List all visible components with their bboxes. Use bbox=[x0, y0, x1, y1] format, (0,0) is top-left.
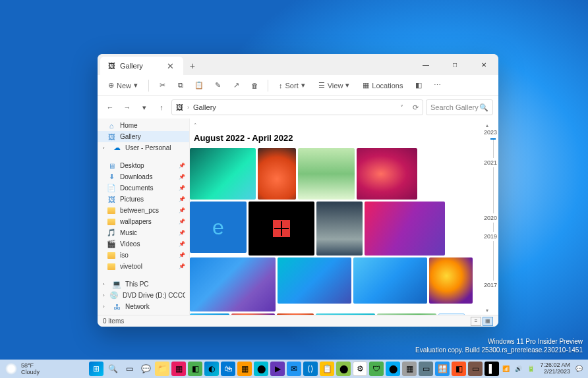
back-button[interactable]: ← bbox=[103, 100, 117, 115]
sidebar-item-network[interactable]: ›🖧Network bbox=[98, 301, 189, 312]
thumbnail[interactable] bbox=[298, 148, 355, 200]
refresh-icon[interactable]: ⟳ bbox=[413, 103, 419, 112]
sidebar-item-downloads[interactable]: ⬇Downloads📌 bbox=[98, 171, 189, 182]
app-icon[interactable]: 🪟 bbox=[435, 362, 450, 376]
thumbnail[interactable] bbox=[316, 202, 363, 256]
store-icon[interactable]: 🛍 bbox=[221, 362, 235, 376]
chevron-down-icon[interactable]: ▾ bbox=[137, 100, 152, 115]
app-icon[interactable]: 🛡 bbox=[369, 362, 384, 376]
app-icon[interactable]: ⬤ bbox=[254, 362, 268, 376]
cut-icon[interactable]: ✂ bbox=[154, 79, 170, 92]
app-icon[interactable]: 📋 bbox=[320, 362, 334, 376]
sidebar-item-gallery[interactable]: 🖼Gallery bbox=[98, 131, 189, 142]
titlebar[interactable]: 🖼 Gallery ✕ + — □ ✕ bbox=[98, 54, 498, 75]
expand-icon[interactable]: › bbox=[103, 281, 108, 287]
timeline-year[interactable]: 2019 bbox=[484, 233, 497, 240]
expand-icon[interactable]: › bbox=[103, 304, 108, 310]
timeline-year[interactable]: 2020 bbox=[484, 215, 497, 221]
breadcrumb[interactable]: Gallery bbox=[193, 103, 216, 111]
notifications-icon[interactable]: 💬 bbox=[575, 365, 583, 372]
volume-icon[interactable]: 🔊 bbox=[515, 365, 522, 372]
thumbnail[interactable] bbox=[429, 257, 473, 304]
sort-button[interactable]: ↕ Sort ▾ bbox=[274, 79, 310, 92]
sidebar-item-pictures[interactable]: 🖼Pictures📌 bbox=[98, 194, 189, 205]
thumbnail[interactable] bbox=[278, 257, 351, 304]
app-icon[interactable]: ⚙ bbox=[353, 362, 367, 376]
details-view-button[interactable]: ≡ bbox=[471, 317, 481, 326]
thumbnail[interactable] bbox=[249, 202, 314, 256]
app-icon[interactable]: ⬤ bbox=[386, 362, 400, 376]
thumbnail[interactable]: e bbox=[190, 202, 247, 253]
explorer-icon[interactable]: 📁 bbox=[155, 362, 169, 376]
app-icon[interactable]: ▦ bbox=[237, 362, 252, 376]
address-bar[interactable]: 🖼 › Gallery ˅ ⟳ bbox=[171, 99, 423, 115]
thumbnail[interactable] bbox=[357, 148, 417, 200]
collapse-icon[interactable]: ˄ bbox=[194, 122, 197, 129]
close-button[interactable]: ✕ bbox=[469, 54, 498, 75]
app-icon[interactable]: ⬤ bbox=[336, 362, 351, 376]
sidebar-item-videos[interactable]: 🎬Videos📌 bbox=[98, 238, 189, 250]
app-icon[interactable]: ◧ bbox=[188, 362, 202, 376]
timeline-scrubber[interactable]: ▴ 2023 2021 2020 2019 2017 ▾ bbox=[476, 119, 498, 315]
network-icon[interactable]: 📶 bbox=[502, 365, 510, 372]
sidebar-item-between-pcs[interactable]: between_pcs📌 bbox=[98, 205, 189, 216]
app-icon[interactable]: ▦ bbox=[402, 362, 417, 376]
share-icon[interactable]: ↗ bbox=[228, 79, 244, 92]
sidebar-item-user[interactable]: ›☁User - Personal bbox=[98, 142, 189, 153]
app-icon[interactable]: ▭ bbox=[419, 362, 433, 376]
rename-icon[interactable]: ✎ bbox=[210, 79, 225, 92]
sidebar-item-dvd[interactable]: ›💿DVD Drive (D:) CCCOMA_X64FRE_EN-US bbox=[98, 290, 189, 301]
terminal-icon[interactable]: ▌ bbox=[485, 362, 499, 376]
close-tab-icon[interactable]: ✕ bbox=[167, 61, 174, 71]
search-icon[interactable]: 🔍 bbox=[105, 362, 120, 376]
navigation-pane[interactable]: ⌂Home 🖼Gallery ›☁User - Personal 🖥Deskto… bbox=[98, 119, 190, 315]
thumbnail[interactable] bbox=[258, 148, 296, 200]
thumbnails-view-button[interactable]: ▦ bbox=[483, 317, 493, 326]
sidebar-item-vivetool[interactable]: vivetool📌 bbox=[98, 261, 189, 272]
sidebar-item-documents[interactable]: 📄Documents📌 bbox=[98, 182, 189, 194]
task-view-icon[interactable]: ▭ bbox=[122, 362, 136, 376]
start-button[interactable]: ⊞ bbox=[89, 362, 103, 376]
delete-icon[interactable]: 🗑 bbox=[247, 80, 262, 92]
up-button[interactable]: ↑ bbox=[154, 100, 169, 115]
app-icon[interactable]: ▦ bbox=[171, 362, 186, 376]
app-icon[interactable]: ◧ bbox=[452, 362, 466, 376]
new-button[interactable]: ⊕ New ▾ bbox=[103, 79, 143, 92]
thumbnail[interactable] bbox=[365, 202, 445, 256]
vscode-icon[interactable]: ⟨⟩ bbox=[303, 362, 318, 376]
forward-button[interactable]: → bbox=[120, 100, 134, 115]
sidebar-item-iso[interactable]: iso📌 bbox=[98, 250, 189, 261]
thumbnail[interactable] bbox=[353, 257, 427, 304]
widgets-icon[interactable]: 💬 bbox=[138, 362, 153, 376]
search-input[interactable]: Search Gallery 🔍 bbox=[426, 99, 493, 115]
timeline-year[interactable]: 2023 bbox=[484, 129, 497, 136]
copy-icon[interactable]: ⧉ bbox=[173, 79, 189, 92]
clock[interactable]: 7:26:02 AM 2/21/2023 bbox=[540, 362, 570, 375]
thumbnail[interactable] bbox=[190, 257, 276, 311]
taskbar[interactable]: 58°F Cloudy ⊞ 🔍 ▭ 💬 📁 ▦ ◧ ◐ 🛍 ▦ ⬤ ▶ ✉ ⟨⟩… bbox=[0, 360, 588, 378]
timeline-year[interactable]: 2017 bbox=[484, 282, 497, 288]
edge-icon[interactable]: ◐ bbox=[204, 362, 219, 376]
app-icon[interactable]: ▶ bbox=[270, 362, 285, 376]
gallery-grid[interactable]: ˄ August 2022 - April 2022 e bbox=[190, 119, 476, 315]
app-icon[interactable]: ✉ bbox=[287, 362, 301, 376]
expand-icon[interactable]: › bbox=[103, 292, 105, 298]
view-button[interactable]: ☰ View ▾ bbox=[313, 79, 355, 92]
app-icon[interactable]: ▭ bbox=[468, 362, 483, 376]
weather-widget[interactable]: 58°F Cloudy bbox=[5, 362, 40, 375]
new-tab-button[interactable]: + bbox=[183, 57, 202, 75]
timeline-year[interactable]: 2021 bbox=[484, 159, 497, 166]
tab-gallery[interactable]: 🖼 Gallery ✕ bbox=[100, 57, 183, 75]
minimize-button[interactable]: — bbox=[411, 54, 440, 75]
sidebar-item-wallpapers[interactable]: wallpapers📌 bbox=[98, 216, 189, 227]
expand-icon[interactable]: › bbox=[103, 145, 108, 151]
sidebar-item-music[interactable]: 🎵Music📌 bbox=[98, 227, 189, 238]
paste-icon[interactable]: 📋 bbox=[191, 79, 207, 92]
locations-button[interactable]: ▦ Locations bbox=[357, 79, 408, 92]
thumbnail[interactable] bbox=[190, 148, 256, 200]
dropdown-icon[interactable]: ˅ bbox=[400, 104, 403, 111]
maximize-button[interactable]: □ bbox=[440, 54, 469, 75]
more-icon[interactable]: ⋯ bbox=[429, 79, 445, 92]
battery-icon[interactable]: 🔋 bbox=[527, 365, 535, 372]
sidebar-item-desktop[interactable]: 🖥Desktop📌 bbox=[98, 160, 189, 171]
